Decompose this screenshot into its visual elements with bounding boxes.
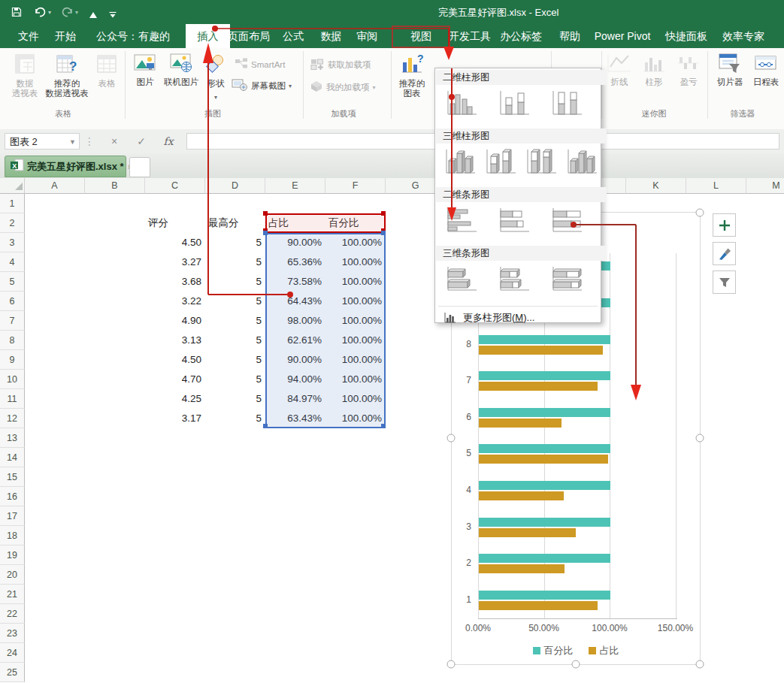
ribbon-tab-2[interactable]: 公众号：有趣的Excel	[87, 24, 179, 48]
row-header-10[interactable]: 10	[0, 370, 25, 389]
recommended-pivot-button[interactable]: ? 推荐的 数据透视表	[42, 51, 92, 98]
timeline-button[interactable]: 日程表	[749, 51, 783, 87]
row-header-19[interactable]: 19	[0, 545, 25, 565]
chart-type-bar3d-stacked[interactable]	[494, 262, 534, 297]
insert-function-button[interactable]: fx	[159, 133, 177, 150]
row-header-25[interactable]: 25	[0, 663, 25, 682]
chart-handle[interactable]	[447, 434, 456, 443]
cell-D12[interactable]: 5	[205, 409, 265, 428]
column-header-A[interactable]: A	[25, 178, 85, 194]
name-box-dropdown-icon[interactable]: ▼	[69, 134, 76, 150]
column-header-B[interactable]: B	[85, 178, 145, 194]
cell-D7[interactable]: 5	[205, 311, 265, 331]
column-header-D[interactable]: D	[205, 178, 265, 194]
sparkline-column-button[interactable]: 柱形	[637, 51, 670, 87]
chart-type-col3d-100[interactable]	[522, 145, 560, 180]
screenshot-button[interactable]: 屏幕截图 ▾	[232, 78, 292, 93]
ribbon-tab-7[interactable]: 审阅	[350, 24, 383, 48]
column-header-L[interactable]: L	[686, 178, 746, 194]
row-header-15[interactable]: 15	[0, 467, 25, 487]
ribbon-tab-1[interactable]: 开始	[48, 24, 83, 48]
ribbon-tab-10[interactable]: 办公标签	[496, 24, 546, 48]
row-header-17[interactable]: 17	[0, 506, 25, 526]
header-cell-D2[interactable]: 最高分	[205, 213, 265, 233]
cell-C3[interactable]: 4.50	[145, 233, 205, 252]
cell-D9[interactable]: 5	[205, 350, 265, 370]
cell-C7[interactable]: 4.90	[145, 311, 205, 331]
cell-D4[interactable]: 5	[205, 252, 265, 272]
row-header-4[interactable]: 4	[0, 252, 25, 272]
chart-type-bar3d-100[interactable]	[546, 262, 587, 297]
column-header-F[interactable]: F	[325, 178, 386, 194]
more-column-charts-item[interactable]: 更多柱形图(M)...	[436, 309, 607, 327]
row-header-3[interactable]: 3	[0, 233, 25, 252]
chart-handle[interactable]	[447, 660, 456, 669]
ribbon-tab-9[interactable]: 开发工具	[448, 24, 492, 48]
slicer-button[interactable]: 切片器	[711, 51, 749, 87]
chart-handle[interactable]	[696, 434, 704, 443]
ribbon-tab-12[interactable]: Power Pivot	[591, 24, 654, 48]
ribbon-tab-0[interactable]: 文件	[11, 24, 47, 48]
shapes-button[interactable]: 形状 ▾	[201, 51, 230, 102]
row-header-24[interactable]: 24	[0, 643, 25, 663]
cell-D3[interactable]: 5	[205, 233, 265, 252]
column-header-E[interactable]: E	[265, 178, 325, 194]
chart-handle[interactable]	[696, 209, 704, 217]
ribbon-tab-11[interactable]: 帮助	[553, 24, 586, 48]
document-tab-new[interactable]	[129, 157, 150, 177]
column-header-M[interactable]: M	[746, 178, 784, 194]
cancel-button[interactable]: ×	[105, 133, 123, 150]
sparkline-line-button[interactable]: 折线	[603, 51, 636, 87]
cell-C4[interactable]: 3.27	[145, 252, 205, 272]
chart-type-col3d-axo[interactable]	[563, 145, 601, 180]
chart-handle[interactable]	[572, 660, 580, 669]
chart-type-bar-100[interactable]	[546, 204, 587, 238]
pivot-table-button[interactable]: 数据 透视表	[6, 51, 44, 98]
select-all-corner[interactable]	[0, 178, 25, 194]
ribbon-tab-4[interactable]: 页面布局	[224, 24, 274, 48]
sparkline-winloss-button[interactable]: 盈亏	[672, 51, 705, 87]
row-header-11[interactable]: 11	[0, 389, 25, 409]
chart-type-col3d-stacked[interactable]	[482, 145, 519, 180]
ribbon-tab-8[interactable]: 视图	[398, 24, 443, 48]
chart-type-col-100[interactable]	[546, 86, 587, 121]
cell-C6[interactable]: 3.22	[145, 292, 205, 311]
row-header-16[interactable]: 16	[0, 487, 25, 506]
chart-type-bar-clustered[interactable]	[441, 204, 482, 238]
column-header-K[interactable]: K	[626, 178, 686, 194]
redo-dropdown-icon[interactable]: ▾	[75, 9, 89, 23]
row-header-13[interactable]: 13	[0, 428, 25, 448]
table-button[interactable]: 表格	[92, 51, 122, 89]
cell-D5[interactable]: 5	[205, 272, 265, 292]
cell-C5[interactable]: 3.68	[145, 272, 205, 292]
cell-C11[interactable]: 4.25	[145, 389, 205, 409]
row-header-2[interactable]: 2	[0, 213, 25, 233]
ribbon-tab-6[interactable]: 数据	[314, 24, 348, 48]
cell-C8[interactable]: 3.13	[145, 331, 205, 350]
row-header-6[interactable]: 6	[0, 292, 25, 311]
smartart-button[interactable]: SmartArt	[235, 57, 285, 72]
get-addins-button[interactable]: 获取加载项	[310, 57, 371, 72]
row-header-1[interactable]: 1	[0, 194, 25, 213]
online-pictures-button[interactable]: 联机图片	[162, 51, 200, 87]
triangle-icon[interactable]	[89, 8, 102, 22]
chart-type-col-stacked[interactable]	[494, 86, 534, 121]
enter-button[interactable]: ✓	[132, 133, 150, 150]
chart-handle[interactable]	[696, 660, 704, 669]
cell-C10[interactable]: 4.70	[145, 370, 205, 389]
cell-D6[interactable]: 5	[205, 292, 265, 311]
row-header-12[interactable]: 12	[0, 409, 25, 428]
chart-type-col-clustered[interactable]	[441, 86, 482, 121]
name-box[interactable]: 图表 2 ▼	[5, 133, 80, 150]
customize-qat-icon[interactable]	[108, 8, 122, 22]
cell-D11[interactable]: 5	[205, 389, 265, 409]
document-tab-active[interactable]: X 完美五星好评图.xlsx * ×	[5, 156, 126, 177]
header-cell-C2[interactable]: 评分	[145, 213, 205, 233]
cell-D10[interactable]: 5	[205, 370, 265, 389]
chart-type-bar-stacked[interactable]	[494, 204, 534, 238]
row-header-5[interactable]: 5	[0, 272, 25, 292]
row-header-18[interactable]: 18	[0, 526, 25, 545]
ribbon-tab-13[interactable]: 快捷面板	[660, 24, 713, 48]
cell-C12[interactable]: 3.17	[145, 409, 205, 428]
save-icon[interactable]	[11, 6, 24, 20]
